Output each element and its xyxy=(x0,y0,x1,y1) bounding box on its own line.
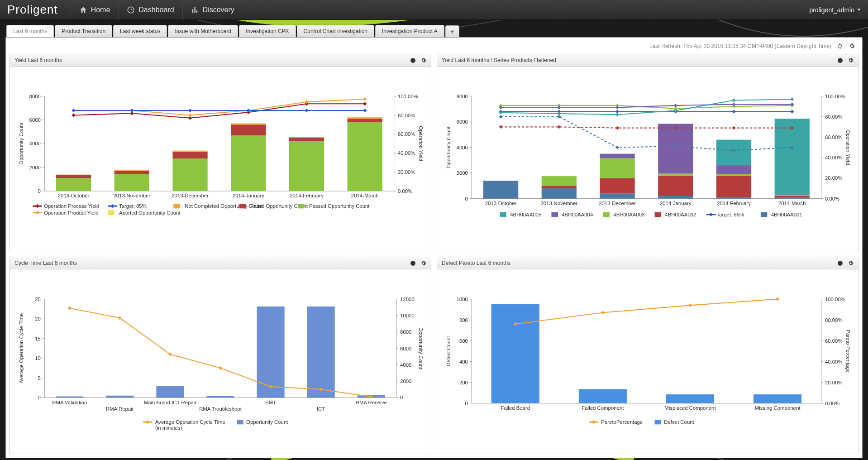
svg-rect-191 xyxy=(307,307,335,398)
tab-control-chart[interactable]: Control Chart investigation xyxy=(297,25,374,37)
user-menu[interactable]: proligent_admin xyxy=(809,6,861,14)
svg-text:60.00%: 60.00% xyxy=(825,338,843,344)
tab-product-transition[interactable]: Product Transition xyxy=(55,25,112,37)
chevron-down-icon xyxy=(857,9,861,11)
svg-rect-56 xyxy=(289,138,324,141)
nav-discovery[interactable]: Discovery xyxy=(182,0,243,20)
svg-text:8000: 8000 xyxy=(29,94,41,99)
panel-yield-series: Yield Last 6 months / Series Products Fl… xyxy=(437,54,858,251)
svg-rect-234 xyxy=(579,389,627,403)
svg-text:2014-February: 2014-February xyxy=(290,193,324,198)
svg-text:RMA Receive: RMA Receive xyxy=(356,400,387,405)
svg-rect-45 xyxy=(114,170,149,171)
panel-yield-title: Yield Last 6 months xyxy=(14,57,405,63)
svg-text:4BH00AA003: 4BH00AA003 xyxy=(613,212,644,217)
svg-text:600: 600 xyxy=(459,338,468,344)
chart-yield-series[interactable]: 020004000600080000.00%20.00%40.00%60.00%… xyxy=(444,71,852,248)
info-icon[interactable]: i xyxy=(410,58,416,63)
svg-rect-121 xyxy=(658,176,693,196)
svg-rect-57 xyxy=(289,137,324,138)
svg-rect-44 xyxy=(114,171,149,174)
refresh-bar: Last Refresh: Thu Apr 30 2015 11:05:34 G… xyxy=(10,41,858,54)
svg-text:4000: 4000 xyxy=(29,141,41,146)
svg-rect-112 xyxy=(483,181,518,199)
gear-icon[interactable] xyxy=(420,58,426,63)
svg-text:Operation Yield: Operation Yield xyxy=(418,126,424,161)
svg-text:2000: 2000 xyxy=(457,170,468,176)
svg-rect-117 xyxy=(600,178,634,193)
svg-text:Operation Process Yield: Operation Process Yield xyxy=(44,203,99,209)
panel-pareto: Defect Pareto Last 6 months i 0200400600… xyxy=(437,257,858,454)
svg-rect-61 xyxy=(348,117,382,119)
svg-rect-126 xyxy=(716,174,751,176)
svg-text:Average Operation Cycle Time: Average Operation Cycle Time xyxy=(19,313,24,383)
tab-issue-motherboard[interactable]: Issue with Motherboard xyxy=(168,25,238,37)
svg-text:Defect Count: Defect Count xyxy=(446,336,451,366)
last-refresh-label: Last Refresh: Thu Apr 30 2015 11:05:34 G… xyxy=(649,43,831,49)
tab-investigation-product-a[interactable]: Investigation Product A xyxy=(375,25,444,37)
svg-rect-41 xyxy=(56,175,91,175)
svg-rect-235 xyxy=(666,394,714,403)
svg-text:5: 5 xyxy=(38,375,41,381)
dashboard-content: Last Refresh: Thu Apr 30 2015 11:05:34 G… xyxy=(5,37,863,458)
svg-text:Operation Yield: Operation Yield xyxy=(845,130,851,165)
svg-rect-46 xyxy=(114,170,149,170)
tab-investigation-cpk[interactable]: Investigation CPK xyxy=(239,25,296,37)
svg-rect-124 xyxy=(716,197,751,199)
nav-discovery-label: Discovery xyxy=(203,6,234,14)
svg-text:6000: 6000 xyxy=(400,346,411,351)
svg-rect-51 xyxy=(231,135,266,191)
svg-rect-58 xyxy=(289,137,324,137)
svg-text:400: 400 xyxy=(459,359,468,364)
gear-icon[interactable] xyxy=(849,43,855,49)
svg-text:0.00%: 0.00% xyxy=(825,401,839,406)
svg-text:Failed Board: Failed Board xyxy=(501,405,530,411)
panel-cycle-time: Cycle Time Last 6 months i 0510152025020… xyxy=(10,257,431,454)
gear-icon[interactable] xyxy=(848,58,854,63)
svg-text:0: 0 xyxy=(465,401,468,406)
svg-text:Opportunity Count: Opportunity Count xyxy=(19,122,24,164)
svg-text:100.00%: 100.00% xyxy=(398,94,418,99)
svg-rect-128 xyxy=(716,140,751,166)
refresh-icon[interactable] xyxy=(837,43,843,49)
svg-rect-133 xyxy=(775,119,810,195)
tab-last-week-status[interactable]: Last week status xyxy=(113,25,167,37)
chart-defect-pareto[interactable]: 020040060080010000.00%20.00%40.00%60.00%… xyxy=(444,274,852,451)
svg-rect-53 xyxy=(231,124,266,125)
svg-text:Main Board ICT Repair: Main Board ICT Repair xyxy=(144,400,196,405)
svg-rect-130 xyxy=(775,196,810,197)
tab-bar: Last 6 months Product Transition Last we… xyxy=(0,20,868,37)
nav-home[interactable]: Home xyxy=(71,0,119,20)
gear-icon[interactable] xyxy=(848,260,854,266)
gear-icon[interactable] xyxy=(420,260,426,266)
svg-text:Missing Component: Missing Component xyxy=(755,405,801,411)
svg-text:0.00%: 0.00% xyxy=(398,188,412,194)
svg-text:Pareto Percentage: Pareto Percentage xyxy=(845,330,851,373)
user-name-label: proligent_admin xyxy=(809,6,854,14)
gauge-icon xyxy=(127,6,135,14)
info-icon[interactable]: i xyxy=(837,58,843,63)
svg-text:Operation Product Yield: Operation Product Yield xyxy=(44,210,98,216)
chart-yield[interactable]: 020004000600080000.00%20.00%40.00%60.00%… xyxy=(16,71,424,248)
svg-rect-129 xyxy=(775,197,810,199)
svg-text:2013-October: 2013-October xyxy=(485,201,517,206)
info-icon[interactable]: i xyxy=(837,260,843,266)
tab-last-6-months[interactable]: Last 6 months xyxy=(6,25,54,37)
svg-rect-236 xyxy=(754,394,801,403)
svg-rect-239 xyxy=(655,420,662,424)
svg-rect-125 xyxy=(716,176,751,197)
brand-logo: Proligent xyxy=(7,3,58,17)
svg-rect-187 xyxy=(106,396,134,398)
nav-home-label: Home xyxy=(91,6,110,14)
svg-text:RMA Validation: RMA Validation xyxy=(52,400,87,405)
info-icon[interactable]: i xyxy=(410,260,416,266)
nav-dashboard[interactable]: Dashboard xyxy=(118,0,182,20)
svg-text:Defect Count: Defect Count xyxy=(664,419,694,425)
add-tab-button[interactable]: + xyxy=(445,25,459,37)
svg-text:RMA Troubleshoot: RMA Troubleshoot xyxy=(199,406,242,412)
svg-text:2000: 2000 xyxy=(400,379,411,384)
panel-yield-series-title: Yield Last 6 months / Series Products Fl… xyxy=(442,57,833,63)
chart-cycle-time[interactable]: 0510152025020004000600080001000012000RMA… xyxy=(16,274,424,451)
svg-text:800: 800 xyxy=(459,317,468,323)
svg-text:4000: 4000 xyxy=(400,362,411,368)
